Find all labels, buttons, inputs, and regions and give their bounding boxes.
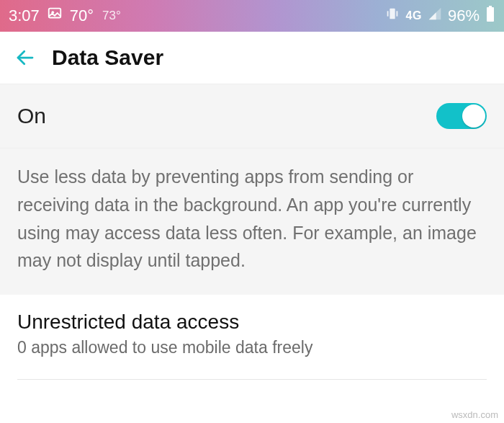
svg-rect-5 [487, 7, 494, 22]
unrestricted-subtitle: 0 apps allowed to use mobile data freely [17, 338, 487, 357]
status-time: 3:07 [9, 6, 40, 25]
svg-rect-3 [387, 11, 388, 16]
page-title: Data Saver [52, 45, 163, 70]
svg-rect-2 [390, 9, 395, 19]
unrestricted-title: Unrestricted data access [17, 311, 487, 334]
status-temp-secondary: 73° [102, 9, 121, 23]
switch-knob [462, 104, 485, 128]
svg-rect-6 [489, 6, 492, 8]
watermark: wsxdn.com [451, 409, 498, 420]
back-button[interactable] [14, 47, 36, 68]
picture-icon [47, 6, 63, 26]
status-temp-primary: 70° [70, 6, 94, 25]
divider [17, 379, 487, 380]
data-saver-switch[interactable] [436, 103, 487, 129]
status-bar: 3:07 70° 73° 4G 96% [0, 0, 504, 32]
vibrate-icon [384, 6, 400, 26]
battery-icon [485, 5, 495, 27]
status-right: 4G 96% [384, 5, 495, 27]
unrestricted-data-access-item[interactable]: Unrestricted data access 0 apps allowed … [0, 295, 504, 369]
svg-rect-4 [396, 11, 397, 16]
description-text: Use less data by preventing apps from se… [0, 148, 504, 295]
data-saver-toggle-row[interactable]: On [0, 84, 504, 148]
network-type-label: 4G [406, 9, 422, 22]
app-bar: Data Saver [0, 32, 504, 84]
status-left: 3:07 70° 73° [9, 6, 121, 26]
battery-percent: 96% [448, 6, 480, 25]
toggle-label: On [17, 104, 46, 128]
signal-icon [428, 6, 442, 25]
